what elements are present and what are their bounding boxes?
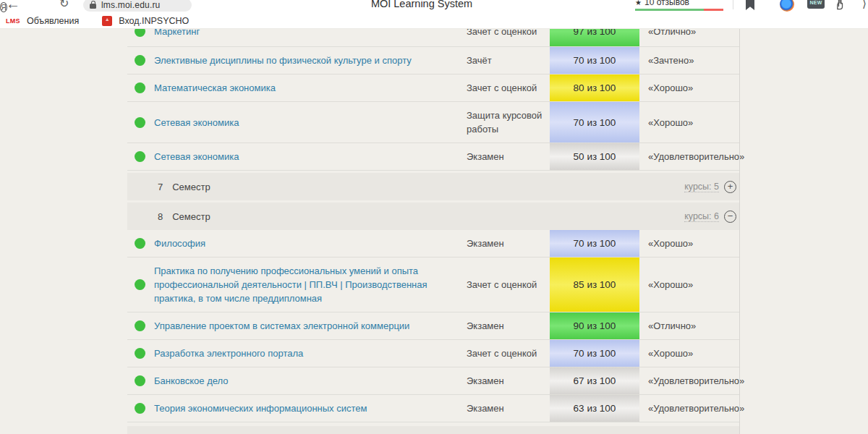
reviews-count: 10 отзывов bbox=[644, 0, 689, 7]
course-link[interactable]: Элективные дисциплины по физической куль… bbox=[154, 55, 412, 66]
score-cell: 70 из 100 bbox=[550, 230, 639, 257]
bookmark-announcements[interactable]: LMS Объявления bbox=[6, 16, 79, 26]
score-cell: 67 из 100 bbox=[550, 367, 639, 394]
status-dot-icon bbox=[135, 320, 145, 331]
star-icon: ★ bbox=[635, 0, 642, 7]
table-row: Математическая экономика Зачет с оценкой… bbox=[127, 75, 739, 102]
exam-type: Зачет с оценкой bbox=[467, 81, 550, 95]
lms-favicon: LMS bbox=[6, 17, 20, 25]
course-link[interactable]: Философия bbox=[154, 238, 205, 249]
table-row: Элективные дисциплины по физической куль… bbox=[127, 47, 739, 75]
course-link[interactable]: Математическая экономика bbox=[154, 82, 276, 93]
table-row: Управление проектом в системах электронн… bbox=[127, 312, 739, 340]
course-link[interactable]: Практика по получению профессиональных у… bbox=[154, 265, 427, 304]
score-value: 70 из 100 bbox=[574, 348, 616, 359]
courses-count-link[interactable]: курсы: 5 bbox=[684, 182, 719, 192]
score-value: 85 из 100 bbox=[574, 279, 616, 290]
score-value: 70 из 100 bbox=[574, 117, 616, 128]
score-cell: 90 из 100 bbox=[550, 312, 639, 339]
back-icon[interactable]: ← bbox=[6, 0, 20, 12]
lock-icon bbox=[90, 1, 96, 9]
status-dot-icon bbox=[135, 348, 145, 359]
status-dot-icon bbox=[135, 238, 145, 249]
semester-number: 7 bbox=[158, 182, 163, 192]
course-link[interactable]: Банковское дело bbox=[154, 375, 229, 386]
site-reviews[interactable]: ★10 отзывов bbox=[635, 0, 723, 11]
table-row: Теория экономических информационных сист… bbox=[127, 395, 739, 422]
score-value: 90 из 100 bbox=[574, 320, 616, 331]
grade-text: «Отлично» bbox=[639, 320, 739, 331]
grade-text: «Хорошо» bbox=[639, 279, 739, 290]
url-text: lms.moi.edu.ru bbox=[101, 0, 161, 10]
course-link[interactable]: Сетевая экономика bbox=[154, 151, 239, 162]
status-dot-icon bbox=[135, 55, 145, 66]
exam-type: Зачет с оценкой bbox=[467, 346, 550, 360]
score-cell: 85 из 100 bbox=[550, 258, 639, 312]
course-link[interactable]: Сетевая экономика bbox=[154, 117, 239, 128]
exam-type: Экзамен bbox=[467, 319, 550, 333]
toolbar-divider bbox=[733, 0, 733, 9]
reload-icon[interactable]: ↻ bbox=[59, 0, 69, 10]
score-value: 70 из 100 bbox=[574, 55, 616, 66]
table-right-border bbox=[739, 29, 740, 434]
inpsycho-favicon bbox=[102, 16, 112, 26]
browser-toolbar: ← Я ↻ lms.moi.edu.ru MOI Learning System… bbox=[0, 0, 868, 13]
status-dot-icon bbox=[135, 117, 145, 128]
status-dot-icon bbox=[135, 151, 145, 162]
status-dot-icon bbox=[135, 82, 145, 93]
score-value: 63 из 100 bbox=[574, 403, 616, 414]
score-cell: 70 из 100 bbox=[550, 102, 639, 142]
exam-type: Экзамен bbox=[467, 374, 550, 388]
semester-row[interactable]: 8Семестр курсы: 6 − bbox=[127, 203, 739, 230]
exam-type: Защита курсовой работы bbox=[467, 109, 550, 136]
browser-profile-icon[interactable] bbox=[780, 0, 794, 12]
semester-label: Семестр bbox=[172, 182, 210, 192]
score-cell: 80 из 100 bbox=[550, 75, 639, 101]
score-value: 50 из 100 bbox=[574, 151, 616, 162]
course-link[interactable]: Теория экономических информационных сист… bbox=[154, 403, 367, 414]
bookmark-icon[interactable] bbox=[746, 0, 754, 10]
score-value: 67 из 100 bbox=[574, 375, 616, 386]
collapse-icon[interactable]: − bbox=[724, 210, 736, 223]
lms-page: Маркетинг Зачет с оценкой 97 из 100 «Отл… bbox=[0, 29, 868, 434]
reviews-rating-bar bbox=[635, 9, 723, 11]
status-dot-icon bbox=[135, 375, 145, 386]
table-row: Сетевая экономика Экзамен 50 из 100 «Удо… bbox=[127, 143, 739, 171]
exam-type: Зачёт bbox=[467, 54, 550, 67]
score-cell: 70 из 100 bbox=[550, 47, 639, 74]
grade-text: «Удовлетворительно» bbox=[639, 151, 739, 162]
grades-table: Маркетинг Зачет с оценкой 97 из 100 «Отл… bbox=[127, 16, 739, 434]
score-value: 70 из 100 bbox=[574, 238, 616, 249]
semester-label: Семестр bbox=[172, 211, 210, 222]
score-cell: 63 из 100 bbox=[550, 395, 639, 422]
table-row: Практика по получению профессиональных у… bbox=[127, 258, 739, 312]
course-link[interactable]: Управление проектом в системах электронн… bbox=[154, 320, 409, 331]
hand-gesture-icon[interactable] bbox=[833, 0, 848, 12]
bookmarks-bar: LMS Объявления Вход.INPSYCHO bbox=[0, 13, 868, 29]
table-row: Философия Экзамен 70 из 100 «Хорошо» bbox=[127, 230, 739, 258]
score-value: 80 из 100 bbox=[574, 82, 616, 93]
address-bar[interactable]: lms.moi.edu.ru bbox=[83, 0, 192, 12]
score-cell: 50 из 100 bbox=[550, 143, 639, 170]
semester-number: 8 bbox=[158, 211, 163, 222]
overflow-chevron-icon[interactable]: ⟩ bbox=[862, 0, 867, 10]
grade-text: «Зачтено» bbox=[639, 55, 739, 66]
grade-text: «Хорошо» bbox=[639, 82, 739, 93]
page-title: MOI Learning System bbox=[371, 0, 472, 9]
bookmark-inpsycho-login[interactable]: Вход.INPSYCHO bbox=[85, 16, 189, 26]
semester-row[interactable]: 7Семестр курсы: 5 + bbox=[127, 173, 739, 200]
table-row: Сетевая экономика Защита курсовой работы… bbox=[127, 102, 739, 143]
course-link[interactable]: Разработка электронного портала bbox=[154, 348, 303, 359]
next-semester-row-partial bbox=[127, 426, 739, 434]
table-row: Банковское дело Экзамен 67 из 100 «Удовл… bbox=[127, 367, 739, 395]
expand-icon[interactable]: + bbox=[724, 181, 736, 193]
score-cell: 70 из 100 bbox=[550, 340, 639, 367]
grade-text: «Хорошо» bbox=[639, 348, 739, 359]
table-row: Разработка электронного портала Зачет с … bbox=[127, 340, 739, 367]
exam-type: Экзамен bbox=[467, 401, 550, 415]
status-dot-icon bbox=[135, 403, 145, 414]
new-badge-icon[interactable]: NEW bbox=[807, 0, 825, 9]
exam-type: Зачет с оценкой bbox=[467, 278, 550, 292]
courses-count-link[interactable]: курсы: 6 bbox=[684, 211, 719, 222]
status-dot-icon bbox=[135, 279, 145, 290]
